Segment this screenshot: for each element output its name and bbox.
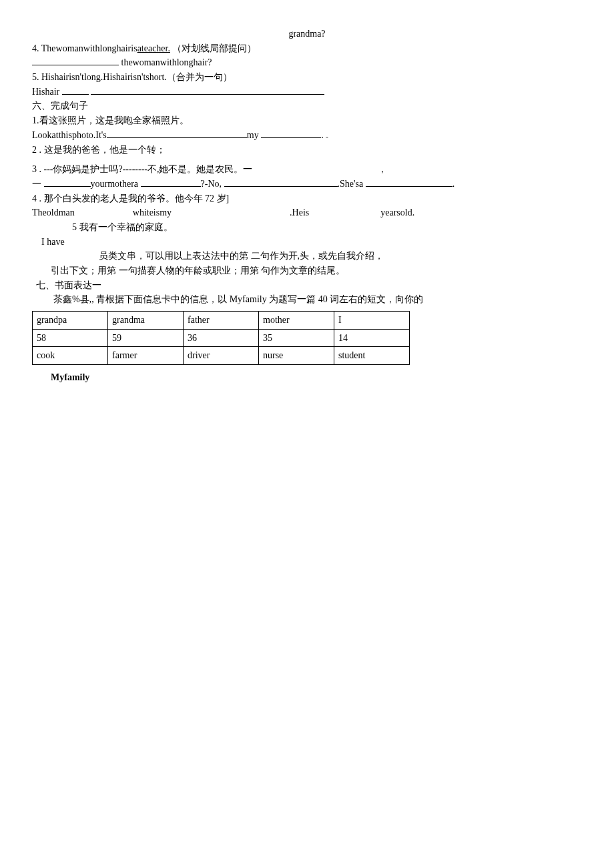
blank[interactable] (32, 55, 119, 65)
completion-3-cn: 3 . ---你妈妈是护士吗?--------不,她不是。她是农民。一 ， (32, 162, 582, 177)
completion-2-cn: 2 . 这是我的爸爸，他是一个转； (32, 143, 582, 157)
cell: grandma (108, 312, 184, 330)
cell: 58 (33, 329, 108, 347)
table-row: grandpa grandma father mother I (33, 312, 410, 330)
cell: mother (259, 312, 334, 330)
c3-c: .She'sa (338, 179, 364, 189)
q4-tail: thewomanwithlonghair? (121, 57, 212, 67)
c4-c: .Heis (290, 207, 309, 218)
cell: 59 (108, 329, 184, 347)
c1-en-mid: my (247, 130, 259, 140)
fragment-grandma: grandma? (32, 27, 582, 41)
q4-paren: （对划线局部提问） (172, 43, 256, 53)
cell: nurse (259, 347, 334, 365)
q4-underlined: ateacher. (137, 43, 170, 53)
c4-d: yearsold. (380, 207, 414, 218)
question-4: 4. Thewomanwithlonghairisateacher. （对划线局… (32, 41, 582, 56)
blank[interactable] (366, 177, 452, 187)
c3-dash: 一 (32, 179, 41, 189)
q5-stem: Hishairisn'tlong.Hishairisn'tshort.（合并为一… (41, 72, 232, 82)
cell: student (334, 347, 410, 365)
question-5-answer-line: Hishair (32, 85, 582, 99)
cell: 35 (259, 329, 334, 347)
blank[interactable] (91, 85, 324, 95)
blank[interactable] (141, 177, 201, 187)
completion-4-cn: 4 . 那个白头发的老人是我的爷爷。他今年 72 岁] (32, 191, 582, 206)
c3-b: ?-No, (201, 179, 222, 189)
caret-mark: ˆ (326, 135, 328, 145)
blank[interactable] (224, 177, 338, 187)
spacer (32, 157, 582, 162)
info-table: grandpa grandma father mother I 58 59 36… (32, 311, 410, 365)
tip-line-1: 员类文串，可以用以上表达法中的第 二句作为开,头，或先自我介绍， (32, 249, 582, 264)
tip-line-2: 引出下文；用第 一句描赛人物的年龄或职业；用第 句作为文章的结尾。 (32, 264, 582, 278)
q4-stem-pre: Thewomanwithlonghairis (41, 43, 137, 53)
cell: driver (184, 347, 259, 365)
question-4-answer-line: thewomanwithlonghair? (32, 55, 582, 70)
q5-lead: Hishair (32, 87, 59, 97)
cell: I (334, 312, 410, 330)
question-5: 5. Hishairisn'tlong.Hishairisn'tshort.（合… (32, 70, 582, 85)
cell: grandpa (33, 312, 108, 330)
cell: cook (33, 347, 108, 365)
cell: 14 (334, 329, 410, 347)
c4-a: Theoldman (32, 207, 75, 218)
section-6-title: 六、完成句子 (32, 99, 582, 113)
completion-1-en: Lookatthisphoto.It'smy . ˆ (32, 128, 582, 143)
c3-cn: 3 . ---你妈妈是护士吗?--------不,她不是。她是农民。一 (32, 164, 253, 174)
cell: 36 (184, 329, 259, 347)
c3-a: yourmothera (91, 179, 139, 189)
completion-3-en: 一 yourmothera ?-No, .She'sa . (32, 177, 582, 191)
blank[interactable] (44, 177, 91, 187)
blank[interactable] (261, 128, 321, 138)
blank[interactable] (107, 128, 247, 138)
c1-en-lead: Lookatthisphoto.It's (32, 130, 107, 140)
cell: farmer (108, 347, 184, 365)
essay-title: Myfamily (32, 370, 582, 385)
section-7-title: 七、书面表达一 (32, 278, 582, 293)
completion-4-en: Theoldman whiteismy .Heis yearsold. (32, 205, 582, 220)
table-row: cook farmer driver nurse student (33, 347, 410, 365)
table-row: 58 59 36 35 14 (33, 329, 410, 347)
completion-1-cn: 1.看这张照片，这是我咆全家福照片。 (32, 113, 582, 128)
c4-b: whiteismy (133, 207, 172, 218)
section-7-desc: 茶鑫%县,, 青根据下面信息卡中的信息，以 Myfamily 为题写一篇 40 … (32, 292, 582, 307)
c3-d: . (452, 179, 455, 189)
c3-comma: ， (378, 164, 387, 174)
q4-number: 4. (32, 43, 39, 53)
cell: father (184, 312, 259, 330)
completion-5-en: I have (32, 235, 582, 250)
blank[interactable] (62, 85, 89, 95)
q5-number: 5. (32, 72, 39, 82)
completion-5-cn: 5 我有一个幸福的家庭。 (32, 220, 582, 235)
